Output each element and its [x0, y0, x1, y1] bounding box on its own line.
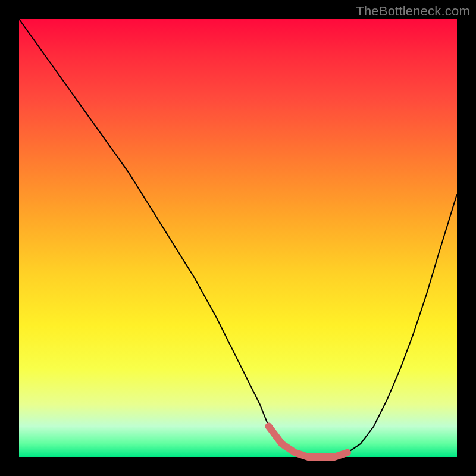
plot-area [19, 19, 457, 457]
bottleneck-curve [19, 19, 457, 457]
curve-line [19, 19, 457, 457]
curve-highlight [269, 426, 347, 457]
watermark-label: TheBottleneck.com [356, 4, 470, 19]
chart-frame: TheBottleneck.com [0, 0, 476, 476]
